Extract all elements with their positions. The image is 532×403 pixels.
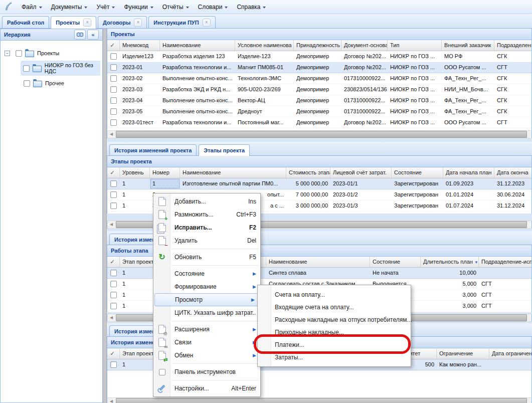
context-menu-item[interactable]: Панель инструментов <box>153 365 260 378</box>
context-menu-item[interactable]: Расширения▶ <box>153 323 260 336</box>
row-checkbox[interactable] <box>110 191 117 198</box>
table-row[interactable]: 2023-01тестРазработка технологии и...Пос… <box>107 117 531 128</box>
row-checkbox[interactable] <box>110 64 117 71</box>
tab-close-icon[interactable]: × <box>134 19 142 27</box>
column-header[interactable]: Состояние <box>370 257 421 267</box>
column-header[interactable]: Внешний заказчик <box>442 40 494 51</box>
submenu-item[interactable]: Входящие счета на оплату... <box>258 301 411 313</box>
menubar-item[interactable]: Учёт <box>92 2 119 13</box>
table-row[interactable]: 2023-04Выполнение опытно-конс...Вектор-А… <box>107 95 531 106</box>
main-tab[interactable]: Проекты× <box>51 16 96 29</box>
column-header[interactable]: Дата начала план <box>443 167 494 178</box>
menubar-item[interactable]: Словари <box>194 2 233 13</box>
column-header[interactable]: Ограничение <box>437 348 489 359</box>
table-row[interactable]: 2023-02Выполнение опытно-конс...Технолог… <box>107 73 531 84</box>
row-checkbox[interactable] <box>110 97 117 104</box>
submenu-item[interactable]: Расходные накладные на отпуск потребител… <box>258 313 411 326</box>
main-tab[interactable]: Инструкции ПУП× <box>148 16 215 28</box>
table-row[interactable]: 2023-05Выполнение опытно-конс...Дредноут… <box>107 106 531 117</box>
scroll-left-icon[interactable]: ◀ <box>107 131 115 138</box>
row-checkbox[interactable] <box>110 303 117 309</box>
column-header[interactable]: Номер <box>150 167 180 178</box>
section-tab[interactable]: Этапы проекта <box>199 144 250 156</box>
panel-splitter[interactable] <box>103 29 107 403</box>
main-tab[interactable]: Рабочий стол <box>2 16 49 28</box>
scrollbar-thumb[interactable] <box>116 131 527 138</box>
table-row[interactable]: 11Изготовление опытной партии ПМ0...5 00… <box>107 178 531 189</box>
column-header[interactable]: ✓ <box>107 348 120 359</box>
node-checkbox[interactable] <box>16 50 22 57</box>
node-checkbox[interactable] <box>23 65 30 72</box>
tree-expander-icon[interactable]: − <box>5 51 10 56</box>
scroll-left-icon[interactable]: ◀ <box>107 314 115 321</box>
column-header[interactable]: Документ-основан <box>341 40 388 51</box>
column-header[interactable]: Уровень <box>120 167 150 178</box>
table-row[interactable]: 2023-01Разработка технологии и...Магнит … <box>107 62 531 73</box>
column-header[interactable]: Наименование <box>266 257 370 267</box>
context-menu-item[interactable]: Исправить...F2 <box>153 221 260 234</box>
column-header[interactable]: Состояние <box>392 167 443 178</box>
menubar-item[interactable]: Функции <box>119 2 157 13</box>
menubar-item[interactable]: Отчёты <box>158 2 194 13</box>
table-row[interactable]: 2023-03Разработка ЭКД и РКД н...905-U020… <box>107 84 531 95</box>
row-checkbox[interactable] <box>110 203 117 209</box>
tree-node[interactable]: −Проекты <box>3 46 100 61</box>
column-header[interactable]: ✓ <box>107 257 120 267</box>
column-header[interactable]: ✓ <box>107 167 120 178</box>
context-menu-item[interactable]: Формирование▶ <box>153 280 260 293</box>
horizontal-scrollbar[interactable]: ◀ <box>107 130 532 138</box>
menubar-item[interactable]: Справка <box>232 2 270 13</box>
tree-node-content[interactable]: НИОКР по ГОЗ без НДС <box>21 61 100 76</box>
row-checkbox[interactable] <box>110 108 117 115</box>
collapse-panel-button[interactable]: « <box>87 30 99 40</box>
context-menu-item[interactable]: ↻ОбновитьF5 <box>153 251 260 264</box>
row-checkbox[interactable] <box>110 270 117 276</box>
column-header[interactable]: ✓ <box>107 40 120 51</box>
main-tab[interactable]: Договоры× <box>98 16 147 28</box>
column-header[interactable]: Длительность план▼ <box>421 257 479 267</box>
submenu-item[interactable]: Счета на оплату... <box>258 288 411 301</box>
context-menu-item[interactable]: Связи▶ <box>153 336 260 349</box>
row-checkbox[interactable] <box>110 86 117 93</box>
context-menu-item[interactable]: ЦИТК. Указать шифр затрат... <box>153 306 260 319</box>
context-menu-item[interactable]: Размножить...Ctrl+F3 <box>153 208 260 221</box>
row-checkbox[interactable] <box>110 361 117 368</box>
context-menu-item[interactable]: Обмен▶ <box>153 349 260 362</box>
row-checkbox[interactable] <box>110 180 117 187</box>
column-header[interactable]: Наименование <box>180 167 286 178</box>
column-header[interactable]: Наименование <box>160 40 235 51</box>
row-checkbox[interactable] <box>110 53 117 60</box>
column-header[interactable]: Принадлежность <box>294 40 341 51</box>
column-header[interactable]: Тип <box>388 40 442 51</box>
menubar-item[interactable]: Документы <box>47 2 92 13</box>
node-checkbox[interactable] <box>24 80 30 87</box>
horizontal-scrollbar[interactable]: ◀ <box>107 397 532 403</box>
column-header[interactable]: Дата оконча <box>494 167 532 178</box>
column-header[interactable]: Дата ограничен <box>489 348 532 359</box>
tree-node[interactable]: НИОКР по ГОЗ без НДС <box>3 61 100 76</box>
tree-node-content[interactable]: Проекты <box>13 48 62 59</box>
tab-close-icon[interactable]: × <box>203 19 211 27</box>
column-header[interactable]: Лицевой счёт затрат. <box>330 167 392 178</box>
context-menu-item[interactable]: Добавить...Ins <box>153 195 260 208</box>
context-menu-item[interactable]: УдалитьDel <box>153 234 260 247</box>
context-menu-item[interactable]: Настройки...Alt+Enter <box>153 382 260 395</box>
column-header[interactable]: Подразделени <box>494 40 532 51</box>
search-button[interactable] <box>74 30 86 40</box>
table-row[interactable]: Изделие123Разработка изделия 123Изделие-… <box>107 51 531 62</box>
scrollbar-thumb[interactable] <box>116 398 527 403</box>
tree-node-content[interactable]: Прочее <box>21 78 67 89</box>
menubar-item[interactable]: Файл <box>17 2 47 13</box>
column-header[interactable]: Мнемокод <box>120 40 160 51</box>
row-checkbox[interactable] <box>110 292 117 298</box>
scroll-left-icon[interactable]: ◀ <box>107 221 115 228</box>
tree-node[interactable]: Прочее <box>3 76 100 91</box>
context-menu-item[interactable]: Состояние▶ <box>153 267 260 280</box>
tab-close-icon[interactable]: × <box>83 19 91 27</box>
row-checkbox[interactable] <box>110 281 117 287</box>
scroll-left-icon[interactable]: ◀ <box>107 398 115 403</box>
column-header[interactable]: Стоимость этапа <box>286 167 330 178</box>
context-menu-item[interactable]: Просмотр▶ <box>154 293 259 306</box>
row-checkbox[interactable] <box>110 75 117 82</box>
row-checkbox[interactable] <box>110 119 117 126</box>
